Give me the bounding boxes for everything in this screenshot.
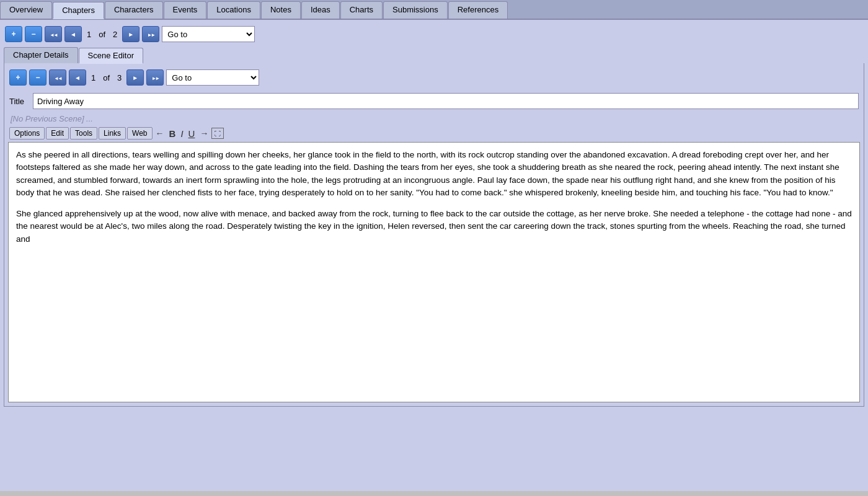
tab-charts[interactable]: Charts [340, 1, 383, 19]
paragraph-2: She glanced apprehensively up at the woo… [16, 208, 852, 246]
tab-ideas[interactable]: Ideas [301, 1, 340, 19]
scene-current: 1 [91, 73, 95, 82]
chapter-prev-button[interactable] [64, 26, 82, 42]
chapter-of-label: of [99, 30, 105, 39]
scene-last-button[interactable] [146, 69, 164, 86]
sub-tab-scene-editor[interactable]: Scene Editor [79, 48, 143, 64]
scene-prev-button[interactable] [69, 69, 86, 86]
tab-submissions[interactable]: Submissions [383, 1, 448, 19]
tab-events[interactable]: Events [164, 1, 207, 19]
sub-tab-bar: Chapter Details Scene Editor [4, 47, 864, 63]
scene-add-button[interactable]: + [9, 69, 27, 86]
tab-notes[interactable]: Notes [261, 1, 301, 19]
scene-total: 3 [117, 73, 122, 82]
expand-icon[interactable]: ⛶ [211, 128, 224, 139]
tab-overview[interactable]: Overview [0, 1, 52, 19]
scene-goto-select[interactable]: Go to [166, 69, 259, 86]
paragraph-1: As she peered in all directions, tears w… [16, 149, 852, 199]
format-bar: Options Edit Tools Links Web ← B I U → ⛶ [9, 127, 859, 140]
chapter-total: 2 [113, 30, 117, 39]
tab-chapters[interactable]: Chapters [53, 2, 104, 19]
chapter-remove-button[interactable]: − [25, 26, 42, 42]
chapter-first-button[interactable] [45, 26, 62, 42]
redo-icon[interactable]: → [198, 128, 210, 138]
text-content[interactable]: As she peered in all directions, tears w… [8, 142, 860, 402]
italic-icon[interactable]: I [179, 128, 185, 139]
chapter-add-button[interactable]: + [5, 26, 22, 42]
chapter-toolbar: + − 1 of 2 Go to [4, 24, 864, 45]
tab-characters[interactable]: Characters [105, 1, 163, 19]
scene-remove-button[interactable]: − [29, 69, 46, 86]
title-label: Title [9, 97, 28, 106]
tab-references[interactable]: References [448, 1, 508, 19]
options-button[interactable]: Options [9, 127, 45, 140]
prev-scene-text: [No Previous Scene] ... [11, 114, 857, 123]
scene-first-button[interactable] [49, 69, 66, 86]
scene-of-label: of [103, 73, 110, 82]
chapter-goto-select[interactable]: Go to [162, 26, 255, 42]
chapter-next-button[interactable] [122, 26, 140, 42]
chapter-last-button[interactable] [142, 26, 159, 42]
title-input[interactable] [33, 93, 859, 109]
tools-button[interactable]: Tools [70, 127, 97, 140]
scene-editor-container: + − 1 of 3 Go to Title [No Previous Scen… [4, 63, 864, 407]
scene-toolbar: + − 1 of 3 Go to [8, 67, 860, 88]
sub-tab-chapter-details[interactable]: Chapter Details [4, 47, 78, 63]
scene-next-button[interactable] [126, 69, 144, 86]
bold-icon[interactable]: B [167, 128, 178, 139]
tab-locations[interactable]: Locations [207, 1, 260, 19]
edit-button[interactable]: Edit [46, 127, 69, 140]
web-button[interactable]: Web [127, 127, 152, 140]
underline-icon[interactable]: U [187, 128, 197, 139]
title-row: Title [9, 93, 859, 109]
undo-icon[interactable]: ← [154, 128, 166, 138]
chapter-current: 1 [87, 30, 91, 39]
main-content: + − 1 of 2 Go to Chapter Details Scene E… [0, 20, 868, 491]
links-button[interactable]: Links [99, 127, 126, 140]
main-tab-bar: Overview Chapters Characters Events Loca… [0, 0, 868, 20]
